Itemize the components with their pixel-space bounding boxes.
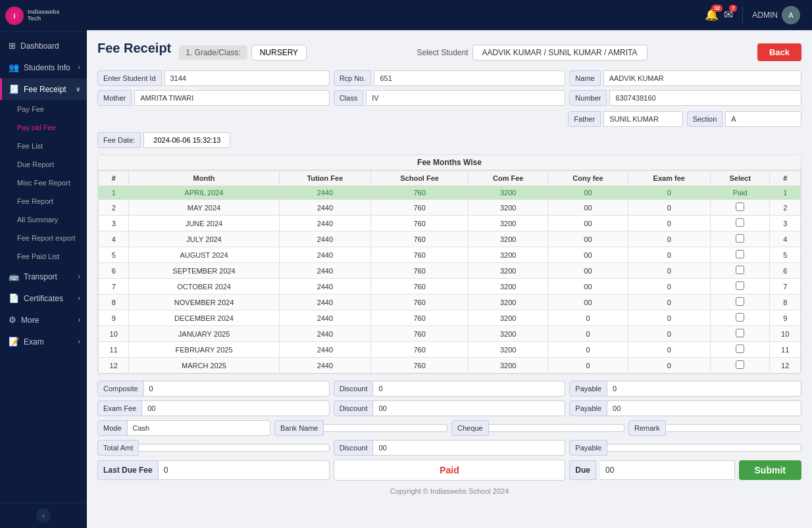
- students-icon: 👥: [9, 62, 19, 72]
- row-checkbox[interactable]: [736, 360, 744, 369]
- row-num: 10: [99, 326, 129, 342]
- section-value: A: [725, 111, 801, 127]
- row-exam: 0: [628, 186, 710, 200]
- sidebar-item-exam[interactable]: 📝 Exam ›: [0, 331, 87, 352]
- sidebar-sub-item-fee-report[interactable]: Fee Report: [0, 192, 87, 210]
- sidebar-sub-item-due-report[interactable]: Due Report: [0, 155, 87, 174]
- sub-item-label: Pay old Fee: [17, 124, 56, 132]
- mode-field: Mode Cash: [97, 420, 270, 436]
- sidebar-item-more[interactable]: ⚙ More ›: [0, 309, 87, 331]
- select-cell[interactable]: [710, 247, 770, 263]
- row-checkbox[interactable]: [736, 218, 744, 227]
- student-select-label: Select Student: [417, 48, 468, 57]
- exam-fee-value: 00: [142, 400, 330, 416]
- number-field: Number 6307438160: [569, 90, 801, 106]
- select-cell[interactable]: [710, 342, 770, 358]
- sidebar-sub-item-pay-fee[interactable]: Pay Fee: [0, 100, 87, 118]
- transport-icon: 🚌: [9, 272, 19, 281]
- discount-label: Discount: [334, 381, 374, 396]
- section-label: Section: [687, 111, 723, 127]
- grade-label: 1. Grade/Class:: [179, 45, 247, 60]
- row-checkbox[interactable]: [736, 345, 744, 353]
- row-checkbox[interactable]: [736, 266, 744, 274]
- row-num: 11: [99, 342, 129, 358]
- notifications-button[interactable]: 🔔 32: [705, 8, 719, 22]
- row-month: SEPTEMBER 2024: [129, 263, 279, 279]
- sidebar-item-dashboard[interactable]: ⊞ Dashboard: [0, 35, 87, 57]
- bottom-form-row2: Exam Fee 00 Discount 00 Payable 00: [97, 400, 801, 416]
- row-exam: 0: [628, 326, 710, 342]
- select-cell[interactable]: [710, 231, 770, 247]
- row-school: 760: [371, 216, 469, 231]
- bank-name-value[interactable]: [324, 424, 447, 432]
- mode-value[interactable]: Cash: [128, 420, 270, 436]
- select-cell[interactable]: [710, 295, 770, 310]
- select-cell[interactable]: [710, 263, 770, 279]
- table-row: 6 SEPTEMBER 2024 2440 760 3200 00 0 6: [99, 263, 801, 279]
- table-row: 10 JANUARY 2025 2440 760 3200 0 0 10: [99, 326, 801, 342]
- select-cell[interactable]: [710, 326, 770, 342]
- row-com: 3200: [469, 247, 548, 263]
- row-school: 760: [371, 295, 469, 310]
- sidebar-toggle[interactable]: ‹: [0, 502, 87, 528]
- cheque-value[interactable]: [489, 424, 624, 432]
- messages-button[interactable]: ✉ 7: [724, 8, 733, 22]
- messages-count: 7: [729, 5, 737, 12]
- row-school: 760: [371, 310, 469, 326]
- col-month: Month: [129, 171, 279, 186]
- row-checkbox[interactable]: [736, 203, 744, 211]
- select-cell[interactable]: [710, 216, 770, 231]
- rcp-no-label: Rcp No.: [334, 70, 372, 86]
- row-cony: 00: [548, 216, 628, 231]
- row-cony: 00: [548, 186, 628, 200]
- row-num: 8: [99, 295, 129, 310]
- submit-button[interactable]: Submit: [739, 460, 801, 480]
- sidebar-item-label: Certificates: [24, 294, 63, 303]
- divider: [742, 7, 743, 24]
- row-tution: 2440: [279, 216, 370, 231]
- row-school: 760: [371, 263, 469, 279]
- sidebar-item-transport[interactable]: 🚌 Transport ›: [0, 266, 87, 287]
- row-checkbox[interactable]: [736, 281, 744, 290]
- fee-date-label: Fee Date:: [97, 132, 141, 148]
- composite-value: 0: [144, 381, 330, 396]
- sidebar-sub-item-all-summary[interactable]: All Summary: [0, 210, 87, 229]
- row-month: JULY 2024: [129, 231, 279, 247]
- select-cell[interactable]: [710, 310, 770, 326]
- sidebar-item-certificates[interactable]: 📄 Certificates ›: [0, 287, 87, 309]
- sidebar-item-students-info[interactable]: 👥 Students Info ›: [0, 57, 87, 78]
- row-num: 1: [99, 186, 129, 200]
- select-cell[interactable]: [710, 279, 770, 295]
- row-checkbox[interactable]: [736, 234, 744, 243]
- select-cell: Paid: [710, 186, 770, 200]
- select-cell[interactable]: [710, 358, 770, 373]
- discount2-label: Discount: [334, 400, 374, 416]
- due-value: 00: [600, 460, 735, 480]
- last-due-label: Last Due Fee: [97, 460, 159, 480]
- user-menu[interactable]: ADMIN A: [752, 6, 800, 24]
- row-checkbox[interactable]: [736, 297, 744, 306]
- chevron-right-icon: ›: [78, 273, 80, 280]
- row-checkbox[interactable]: [736, 313, 744, 322]
- sidebar-sub-item-fee-list[interactable]: Fee List: [0, 137, 87, 155]
- row-checkbox[interactable]: [736, 329, 744, 337]
- total-amt-label: Total Amt: [97, 440, 139, 456]
- col-hash: #: [99, 171, 129, 186]
- sidebar-sub-item-fee-paid-list[interactable]: Fee Paid List: [0, 247, 87, 266]
- table-row: 7 OCTOBER 2024 2440 760 3200 00 0 7: [99, 279, 801, 295]
- logo-text: Indiaswebs Tech: [28, 9, 60, 22]
- row-checkbox[interactable]: [736, 250, 744, 258]
- sidebar-sub-item-pay-old-fee[interactable]: Pay old Fee: [0, 118, 87, 137]
- select-cell[interactable]: [710, 200, 770, 216]
- left-placeholder: [97, 111, 564, 127]
- name-field: Name AADVIK KUMAR: [569, 70, 801, 86]
- mother-field: Mother AMRITA TIWARI: [97, 90, 330, 106]
- sidebar-sub-item-fee-report-export[interactable]: Fee Report export: [0, 229, 87, 247]
- back-button[interactable]: Back: [757, 43, 801, 61]
- discount2-value: 00: [373, 400, 565, 416]
- payable3-value: [607, 444, 801, 452]
- rcp-no-value: 651: [374, 70, 565, 86]
- sidebar-item-fee-receipt[interactable]: 🧾 Fee Receipt ∨: [0, 78, 87, 100]
- sidebar-sub-item-misc-fee-report[interactable]: Misc Fee Report: [0, 174, 87, 192]
- remark-value[interactable]: [666, 424, 801, 432]
